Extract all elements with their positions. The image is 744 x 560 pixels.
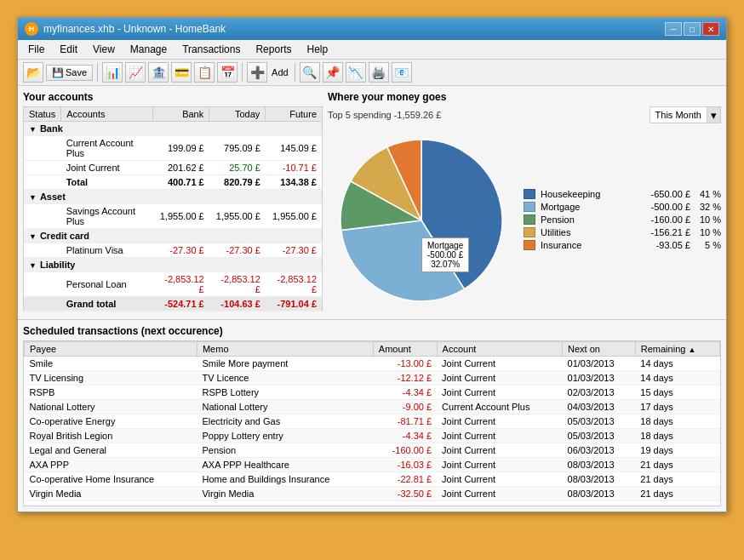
menu-transactions[interactable]: Transactions [175,42,247,57]
menu-bar: File Edit View Manage Transactions Repor… [18,40,726,60]
spending-header: Top 5 spending -1,559.26 £ This Month ▾ [328,106,721,123]
amount-cell: -4.34 £ [373,429,437,443]
col-remaining[interactable]: Remaining ▲ [635,342,719,357]
col-today: Today [209,107,266,122]
table-row[interactable]: Legal and General Pension -160.00 £ Join… [25,443,720,458]
nexton-cell: 08/03/2013 [563,458,636,472]
title-bar: H myfinances.xhb - Unknown - HomeBank ─ … [18,18,726,40]
pie-svg [328,127,515,314]
toolbar-add[interactable]: ➕ [247,62,267,83]
add-label: Add [270,67,290,77]
table-row[interactable]: Savings Account Plus 1,955.00 £ 1,955.00… [24,204,323,229]
bank-val: 199.09 £ [153,136,209,161]
menu-file[interactable]: File [21,42,51,57]
app-icon: H [25,22,38,36]
accounts-panel: Your accounts Status Accounts Bank Today… [23,91,323,314]
toolbar-btn7[interactable]: 🔍 [300,62,320,83]
total-bank: 400.71 £ [153,175,209,190]
minimize-button[interactable]: ─ [665,22,682,36]
toolbar-btn1[interactable]: 📊 [102,62,123,83]
table-row[interactable]: Current Account Plus 199.09 £ 795.09 £ 1… [24,136,323,161]
toolbar-sep3 [295,63,295,82]
menu-view[interactable]: View [86,42,122,57]
status-cell [24,161,61,175]
amount-cell: -22.81 £ [373,472,437,487]
table-row[interactable]: Virgin Media Virgin Media -32.50 £ Joint… [25,487,720,501]
table-row[interactable]: Platinum Visa -27.30 £ -27.30 £ -27.30 £ [24,243,323,258]
table-row[interactable]: Personal Loan -2,853.12 £ -2,853.12 £ -2… [24,272,323,297]
legend-item: Housekeeping -650.00 £ 41 % [524,189,721,199]
toolbar-open[interactable]: 📂 [23,62,43,83]
expand-asset-icon: ▼ [29,193,37,202]
toolbar-btn4[interactable]: 💳 [171,62,192,83]
toolbar-btn6[interactable]: 📅 [217,62,238,83]
account-cell: Joint Current [437,458,562,472]
accounts-table: Status Accounts Bank Today Future ▼Bank … [23,106,323,311]
remaining-cell: 18 days [635,414,719,429]
remaining-cell: 15 days [635,386,719,400]
spending-panel: Where your money goes Top 5 spending -1,… [328,91,721,314]
table-row[interactable]: National Lottery National Lottery -9.00 … [25,400,720,414]
legend-value: -500.00 £ [622,202,690,212]
legend-pct: 10 % [695,214,721,225]
legend-color [524,189,535,199]
status-cell [24,136,61,161]
table-row[interactable]: Smile Smile More payment -13.00 £ Joint … [25,357,720,371]
menu-help[interactable]: Help [300,42,335,57]
nexton-cell: 01/03/2013 [563,371,636,386]
tooltip-value: -500.00 £ [427,250,463,260]
toolbar-save[interactable]: 💾 Save [46,65,93,81]
toolbar-btn10[interactable]: 🖨️ [369,62,389,83]
maximize-button[interactable]: □ [684,22,701,36]
group-liability: ▼Liability [24,258,323,272]
main-content: Your accounts Status Accounts Bank Today… [18,86,726,319]
legend-pct: 41 % [695,189,721,199]
menu-reports[interactable]: Reports [249,42,298,57]
scheduled-table-wrapper: Payee Memo Amount Account Next on Remain… [23,340,721,506]
today-val: 1,955.00 £ [209,204,266,229]
future-val: 1,955.00 £ [266,204,323,229]
toolbar-btn8[interactable]: 📌 [323,62,343,83]
grand-total-row: Grand total -524.71 £ -104.63 £ -791.04 … [24,297,323,311]
account-name: Savings Account Plus [61,204,153,229]
memo-cell: Pension [197,443,373,458]
memo-cell: Smile More payment [197,357,373,371]
main-window: H myfinances.xhb - Unknown - HomeBank ─ … [17,17,727,512]
toolbar-btn5[interactable]: 📋 [194,62,215,83]
remaining-cell: 17 days [635,400,719,414]
month-dropdown-btn[interactable]: ▾ [707,107,720,123]
col-amount: Amount [373,342,437,357]
total-status [24,175,61,190]
table-row[interactable]: Co-operative Energy Electricity and Gas … [25,414,720,429]
memo-cell: Virgin Media [197,487,373,501]
table-row[interactable]: AXA PPP AXA PPP Healthcare -16.03 £ Join… [25,458,720,472]
payee-cell: National Lottery [25,400,197,414]
gt-status [24,297,61,311]
remaining-cell: 21 days [635,458,719,472]
legend-color [524,227,535,237]
table-row[interactable]: RSPB RSPB Lottery -4.34 £ Joint Current … [25,386,720,400]
table-row[interactable]: Joint Current 201.62 £ 25.70 £ -10.71 £ [24,161,323,175]
menu-edit[interactable]: Edit [53,42,84,57]
legend-color [524,214,535,225]
table-row[interactable]: Royal British Legion Poppy Lottery entry… [25,429,720,443]
month-selector[interactable]: This Month ▾ [650,106,721,123]
legend-label: Utilities [541,227,617,237]
legend-value: -650.00 £ [622,189,690,199]
payee-cell: AXA PPP [25,458,197,472]
account-name: Joint Current [61,161,153,175]
memo-cell: TV Licence [197,371,373,386]
toolbar-btn2[interactable]: 📈 [125,62,146,83]
bank-total-row: Total 400.71 £ 820.79 £ 134.38 £ [24,175,323,190]
toolbar-btn9[interactable]: 📉 [346,62,366,83]
toolbar-btn11[interactable]: 📧 [392,62,412,83]
toolbar-sep2 [242,63,243,82]
menu-manage[interactable]: Manage [123,42,174,57]
table-row[interactable]: TV Licensing TV Licence -12.12 £ Joint C… [25,371,720,386]
toolbar-btn3[interactable]: 🏦 [148,62,169,83]
title-bar-left: H myfinances.xhb - Unknown - HomeBank [25,22,226,36]
table-row[interactable]: Co-operative Home Insurance Home and Bui… [25,472,720,487]
remaining-cell: 18 days [635,429,719,443]
close-button[interactable]: ✕ [702,22,719,36]
today-val: -27.30 £ [209,243,266,258]
